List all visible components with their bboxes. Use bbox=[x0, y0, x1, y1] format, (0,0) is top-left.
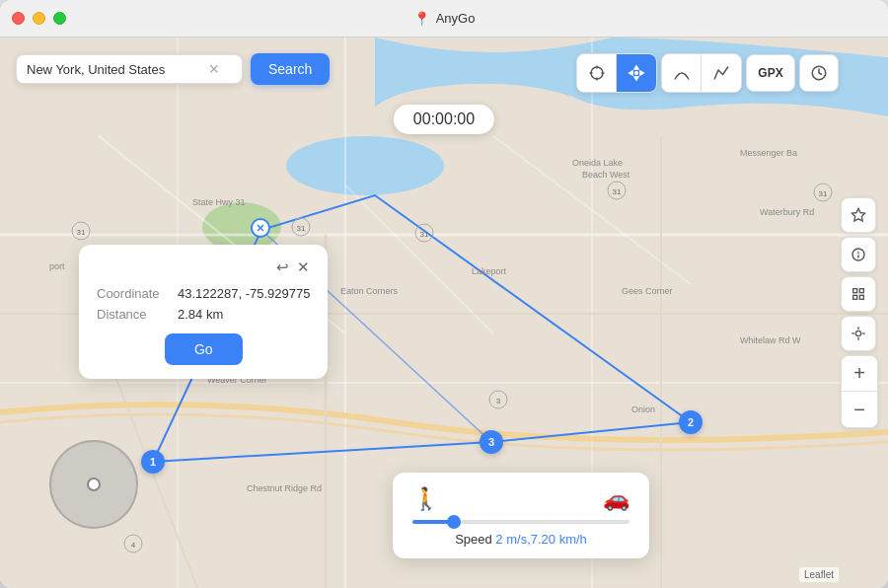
gpx-button[interactable]: GPX bbox=[746, 54, 795, 92]
coordinate-popup: ↩ ✕ Coordinate 43.122287, -75.929775 Dis… bbox=[79, 245, 328, 379]
svg-text:Beach West: Beach West bbox=[582, 170, 630, 180]
svg-rect-60 bbox=[859, 295, 863, 299]
waypoint-x[interactable] bbox=[251, 218, 270, 238]
crosshair-tool-button[interactable] bbox=[577, 54, 617, 92]
go-button[interactable]: Go bbox=[165, 333, 243, 365]
timer-value: 00:00:00 bbox=[413, 110, 475, 127]
svg-marker-53 bbox=[851, 208, 864, 221]
svg-text:Whitelaw Rd W: Whitelaw Rd W bbox=[740, 335, 801, 345]
search-input-wrap: ✕ bbox=[16, 54, 243, 84]
map-layers-button[interactable] bbox=[841, 276, 876, 312]
svg-text:3: 3 bbox=[496, 397, 501, 405]
svg-point-1 bbox=[286, 136, 444, 195]
svg-point-36 bbox=[608, 182, 626, 199]
svg-text:Messenger Ba: Messenger Ba bbox=[740, 148, 797, 158]
svg-point-44 bbox=[591, 67, 603, 79]
svg-point-38 bbox=[814, 184, 832, 201]
clock-button[interactable] bbox=[799, 54, 839, 92]
undo-button[interactable]: ↩ bbox=[276, 258, 289, 276]
svg-marker-55 bbox=[857, 250, 860, 255]
right-tools: + − bbox=[841, 197, 878, 428]
svg-text:31: 31 bbox=[297, 224, 306, 233]
svg-point-42 bbox=[124, 535, 142, 552]
compass bbox=[49, 440, 138, 529]
speed-track[interactable] bbox=[412, 520, 629, 524]
app-title-text: AnyGo bbox=[436, 11, 476, 26]
locate-button[interactable] bbox=[841, 316, 876, 351]
distance-row: Distance 2.84 km bbox=[97, 307, 310, 322]
map-container[interactable]: State Hwy 31 port Weaver Corner Eaton Co… bbox=[0, 37, 888, 588]
speed-fill bbox=[412, 520, 452, 524]
svg-text:State Hwy 31: State Hwy 31 bbox=[192, 197, 246, 207]
svg-text:31: 31 bbox=[819, 189, 828, 198]
svg-text:Chestnut Ridge Rd: Chestnut Ridge Rd bbox=[247, 483, 322, 493]
close-button[interactable] bbox=[12, 12, 25, 25]
compass-button[interactable] bbox=[841, 237, 876, 272]
speed-thumb[interactable] bbox=[447, 515, 461, 529]
speed-value: 2 m/s,7.20 km/h bbox=[495, 532, 586, 547]
move-tool-button[interactable] bbox=[617, 54, 656, 92]
minimize-button[interactable] bbox=[33, 12, 45, 25]
zoom-in-button[interactable]: + bbox=[842, 356, 877, 392]
svg-line-9 bbox=[345, 185, 493, 333]
movement-tools bbox=[576, 53, 657, 93]
curve-tool-button[interactable] bbox=[662, 54, 702, 92]
search-bar: ✕ Search bbox=[16, 53, 330, 85]
waypoint-3[interactable]: 3 bbox=[480, 430, 503, 454]
compass-inner bbox=[87, 478, 101, 491]
waypoint-1[interactable]: 1 bbox=[141, 450, 165, 474]
clear-icon[interactable]: ✕ bbox=[208, 61, 220, 77]
zoom-controls: + − bbox=[841, 355, 878, 428]
svg-text:Eaton Corners: Eaton Corners bbox=[340, 286, 399, 296]
svg-text:31: 31 bbox=[420, 230, 429, 239]
app-window: 📍 AnyGo bbox=[0, 0, 888, 588]
svg-point-40 bbox=[489, 391, 507, 408]
svg-text:4: 4 bbox=[131, 541, 136, 550]
zoom-out-button[interactable]: − bbox=[842, 392, 877, 427]
maximize-button[interactable] bbox=[53, 12, 66, 25]
svg-point-61 bbox=[855, 331, 860, 335]
coordinate-label: Coordinate bbox=[97, 286, 166, 301]
walk-icon: 🚶 bbox=[412, 486, 439, 512]
svg-point-34 bbox=[415, 224, 433, 242]
distance-label: Distance bbox=[97, 307, 166, 322]
distance-value: 2.84 km bbox=[178, 307, 223, 322]
route-tools bbox=[661, 53, 742, 93]
svg-text:Onion: Onion bbox=[631, 404, 655, 414]
close-popup-button[interactable]: ✕ bbox=[297, 258, 310, 276]
pin-icon: 📍 bbox=[413, 11, 430, 27]
svg-point-49 bbox=[635, 72, 638, 75]
svg-text:port: port bbox=[49, 261, 65, 271]
waypoint-2[interactable]: 2 bbox=[679, 410, 703, 434]
titlebar: 📍 AnyGo bbox=[0, 0, 888, 37]
svg-line-10 bbox=[493, 136, 691, 284]
speed-panel: 🚶 🚗 Speed 2 m/s,7.20 km/h bbox=[393, 473, 649, 558]
svg-text:Waterbury Rd: Waterbury Rd bbox=[760, 207, 814, 217]
popup-header: ↩ ✕ bbox=[97, 258, 310, 276]
app-title: 📍 AnyGo bbox=[413, 11, 476, 27]
speed-label: Speed 2 m/s,7.20 km/h bbox=[412, 532, 629, 547]
svg-rect-59 bbox=[853, 295, 857, 299]
top-tools: GPX bbox=[576, 53, 839, 93]
coordinate-value: 43.122287, -75.929775 bbox=[178, 286, 310, 301]
speed-icons: 🚶 🚗 bbox=[412, 486, 629, 512]
svg-point-30 bbox=[72, 222, 90, 240]
search-input[interactable] bbox=[27, 62, 204, 77]
car-icon: 🚗 bbox=[603, 486, 629, 512]
svg-text:31: 31 bbox=[613, 187, 622, 196]
multipoint-tool-button[interactable] bbox=[702, 54, 741, 92]
speed-text: Speed bbox=[455, 532, 495, 547]
svg-point-32 bbox=[292, 218, 310, 236]
svg-text:Oneida Lake: Oneida Lake bbox=[572, 158, 623, 168]
star-button[interactable] bbox=[841, 197, 876, 233]
svg-marker-56 bbox=[857, 255, 860, 259]
coordinate-row: Coordinate 43.122287, -75.929775 bbox=[97, 286, 310, 301]
leaflet-badge: Leaflet bbox=[799, 567, 839, 582]
svg-rect-58 bbox=[859, 289, 863, 293]
timer-display: 00:00:00 bbox=[394, 105, 494, 134]
svg-text:31: 31 bbox=[77, 228, 86, 237]
svg-rect-57 bbox=[853, 289, 857, 293]
search-button[interactable]: Search bbox=[251, 53, 330, 85]
svg-text:Gees Corner: Gees Corner bbox=[622, 286, 673, 296]
traffic-lights bbox=[12, 12, 66, 25]
